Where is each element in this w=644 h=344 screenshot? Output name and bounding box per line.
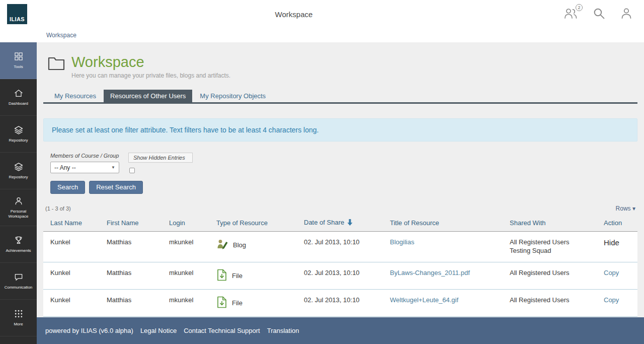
breadcrumb-workspace[interactable]: Workspace <box>46 32 76 39</box>
person-icon <box>14 196 24 206</box>
footer-link-contact-support[interactable]: Contact Technical Support <box>184 327 260 334</box>
shared-with-entry: All Registered Users <box>510 238 597 247</box>
cell-first-name: Matthias <box>100 232 162 262</box>
copy-action-link[interactable]: Copy <box>604 296 619 304</box>
cell-type-label: File <box>232 299 243 307</box>
main-sidebar: Tools Dashboard Repository <box>0 42 37 344</box>
tab-resources-of-other-users[interactable]: Resources of Other Users <box>104 90 192 102</box>
page-subtitle: Here you can manage your private files, … <box>71 72 230 79</box>
members-filter-select[interactable]: -- Any -- ▼ <box>50 162 119 173</box>
trophy-icon <box>14 235 24 245</box>
search-button[interactable] <box>592 7 606 22</box>
logo-text: ILIAS <box>10 16 25 22</box>
rows-dropdown-label: Rows <box>616 205 631 212</box>
tab-bar: My Resources Resources of Other Users My… <box>43 90 637 104</box>
members-filter-value: -- Any -- <box>54 164 76 171</box>
powered-by-text: powered by ILIAS (v6.0 alpha) <box>45 327 133 334</box>
resource-title-link[interactable]: Blogilias <box>390 238 414 246</box>
user-icon <box>620 7 633 22</box>
table-row: Kunkel Matthias mkunkel <box>43 290 637 317</box>
tab-my-repository-objects[interactable]: My Repository Objects <box>193 90 272 102</box>
header-title: Workspace <box>0 10 588 19</box>
copy-action-link[interactable]: Copy <box>604 269 619 277</box>
show-hidden-checkbox[interactable] <box>129 168 135 173</box>
table-row: Kunkel Matthias mkunkel <box>43 232 637 262</box>
col-header-shared-with[interactable]: Shared With <box>503 216 597 232</box>
tab-my-resources[interactable]: My Resources <box>48 90 103 102</box>
rows-dropdown[interactable]: Rows ▾ <box>616 205 635 212</box>
tools-grid-icon <box>14 51 24 61</box>
sidebar-item-personal-workspace[interactable]: Personal Workspace <box>0 189 37 226</box>
cell-last-name: Kunkel <box>43 290 100 317</box>
layers-icon <box>14 125 24 135</box>
cell-type-label: File <box>232 272 243 280</box>
home-icon <box>14 88 24 98</box>
user-menu-button[interactable] <box>620 7 633 22</box>
resource-title-link[interactable]: ByLaws-Changes_2011.pdf <box>390 269 470 277</box>
sidebar-item-more[interactable]: More <box>0 300 37 336</box>
sidebar-item-communication[interactable]: Communication <box>0 263 37 300</box>
sidebar-item-dashboard[interactable]: Dashboard <box>0 79 37 116</box>
filter-search-button[interactable]: Search <box>50 181 85 194</box>
top-header: ILIAS Workspace 2 <box>0 0 644 28</box>
shared-with-entry: Testing Squad <box>510 247 597 255</box>
cell-date: 02. Jul 2013, 10:10 <box>297 262 383 290</box>
rows-caret-icon: ▾ <box>632 205 635 212</box>
chat-icon <box>14 272 24 282</box>
page-footer: powered by ILIAS (v6.0 alpha) Legal Noti… <box>37 317 644 344</box>
layers-icon <box>14 162 24 172</box>
info-message: Please set at least one filter attribute… <box>43 118 637 142</box>
table-header-row: Last Name First Name Login Type of Resou… <box>43 216 637 232</box>
footer-link-translation[interactable]: Translation <box>267 327 299 334</box>
col-header-login[interactable]: Login <box>162 216 209 232</box>
shared-with-entry: All Registered Users <box>510 296 597 305</box>
filter-panel: Members of Course / Group -- Any -- ▼ Sh… <box>50 153 637 194</box>
cell-date: 02. Jul 2013, 10:10 <box>297 232 383 262</box>
cell-first-name: Matthias <box>100 290 162 317</box>
workspace-folder-icon <box>48 56 65 71</box>
col-header-first-name[interactable]: First Name <box>100 216 162 232</box>
cell-date: 02. Jul 2013, 10:10 <box>297 290 383 317</box>
cell-type-label: Blog <box>233 241 246 249</box>
results-table: Last Name First Name Login Type of Resou… <box>43 216 637 317</box>
sidebar-item-achievements[interactable]: Achievements <box>0 226 37 263</box>
sidebar-item-tools[interactable]: Tools <box>0 42 37 79</box>
col-header-last-name[interactable]: Last Name <box>43 216 100 232</box>
footer-link-legal-notice[interactable]: Legal Notice <box>140 327 177 334</box>
cell-last-name: Kunkel <box>43 262 100 290</box>
file-icon <box>216 296 227 310</box>
results-table-section: (1 - 3 of 3) Rows ▾ Last <box>43 205 637 317</box>
page-header: Workspace Here you can manage your priva… <box>48 54 637 79</box>
hidden-entries-filter-label: Show Hidden Entries <box>128 153 193 163</box>
filter-reset-button[interactable]: Reset Search <box>89 181 143 194</box>
search-icon <box>592 7 606 22</box>
sidebar-item-repository[interactable]: Repository <box>0 116 37 153</box>
table-row: Kunkel Matthias mkunkel <box>43 262 637 290</box>
select-caret-icon: ▼ <box>111 165 115 170</box>
col-header-date[interactable]: Date of Share <box>297 216 383 232</box>
hide-action-link[interactable]: Hide <box>604 238 619 247</box>
sort-desc-icon <box>347 220 353 227</box>
more-grid-icon <box>14 309 24 319</box>
cell-login: mkunkel <box>162 232 209 262</box>
col-header-title[interactable]: Title of Resource <box>383 216 503 232</box>
awareness-button[interactable]: 2 <box>563 7 578 22</box>
col-header-type[interactable]: Type of Resource <box>209 216 297 232</box>
col-header-action: Action <box>597 216 637 232</box>
shared-with-entry: All Registered Users <box>510 269 597 278</box>
awareness-badge: 2 <box>576 4 583 11</box>
cell-last-name: Kunkel <box>43 232 100 262</box>
file-icon <box>216 269 227 283</box>
cell-login: mkunkel <box>162 290 209 317</box>
ilias-logo[interactable]: ILIAS <box>7 4 27 24</box>
cell-login: mkunkel <box>162 262 209 290</box>
header-icon-group: 2 <box>563 7 633 22</box>
cell-first-name: Matthias <box>100 262 162 290</box>
members-filter-field: Members of Course / Group -- Any -- ▼ <box>50 153 119 173</box>
hidden-entries-filter-field: Show Hidden Entries <box>128 153 193 173</box>
members-filter-label: Members of Course / Group <box>50 153 119 159</box>
breadcrumb: Workspace <box>0 28 644 42</box>
resource-title-link[interactable]: Weltkugel+Leute_64.gif <box>390 296 458 304</box>
blog-icon <box>216 238 228 252</box>
sidebar-item-repository-2[interactable]: Repository <box>0 153 37 189</box>
